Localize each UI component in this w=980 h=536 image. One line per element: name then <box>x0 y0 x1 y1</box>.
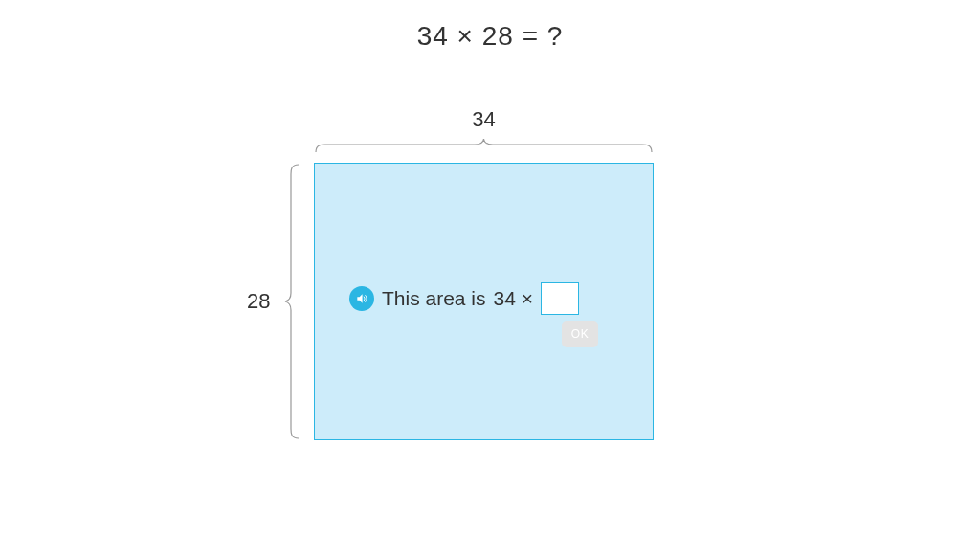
question-text: 34 × 28 = ? <box>417 21 564 52</box>
ok-button[interactable]: OK <box>562 321 598 347</box>
height-label: 28 <box>247 163 270 440</box>
width-label: 34 <box>314 107 654 132</box>
prompt-row: This area is 34 × <box>349 282 579 315</box>
prompt-operand: 34 × <box>494 287 533 310</box>
left-brace-icon <box>283 163 301 440</box>
area-diagram: 34 28 This area is 34 × OK <box>314 163 654 440</box>
prompt-prefix: This area is <box>382 287 486 310</box>
answer-input[interactable] <box>541 282 579 315</box>
top-brace-icon <box>314 137 654 154</box>
area-rectangle: This area is 34 × OK <box>314 163 654 440</box>
speaker-icon[interactable] <box>349 286 374 311</box>
